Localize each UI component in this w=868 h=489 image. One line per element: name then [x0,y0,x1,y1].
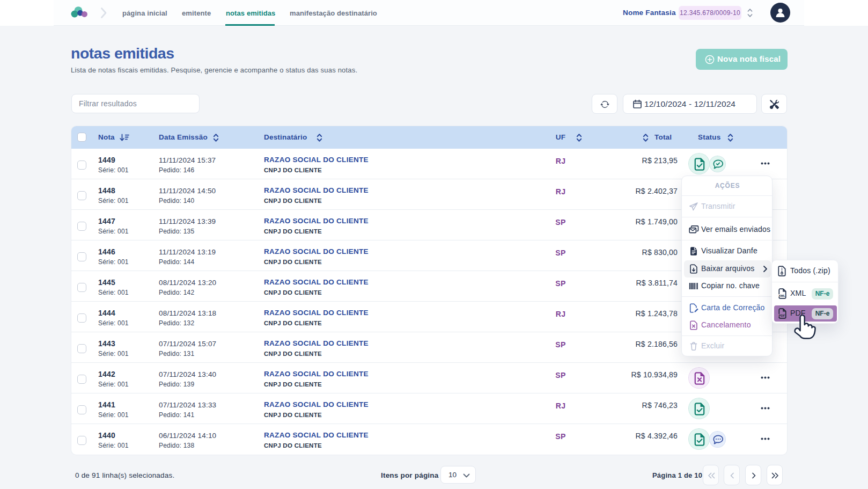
svg-text:XML: XML [778,294,785,297]
svg-text:PDF: PDF [778,314,785,317]
